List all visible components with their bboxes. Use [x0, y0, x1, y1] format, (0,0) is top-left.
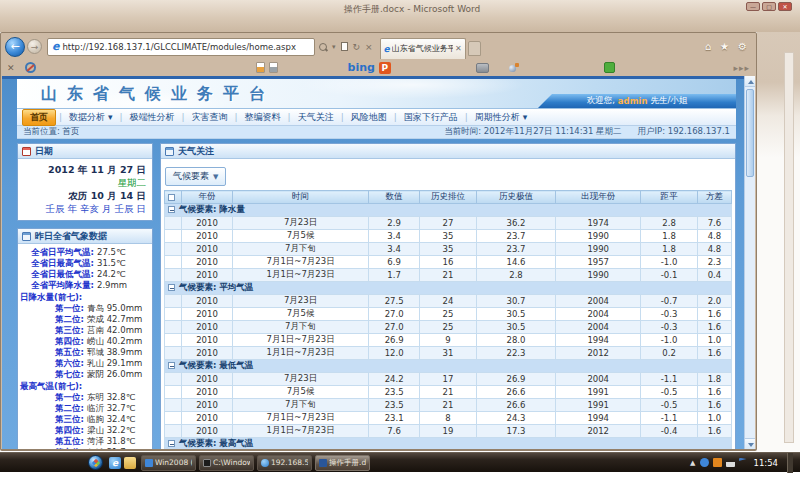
table-row[interactable]: 20107月1日~7月23日23.1824.31994-1.11.0 [165, 412, 732, 425]
taskbar-button-4[interactable]: 操作手册.docx ... [315, 455, 370, 471]
card-icon-gray[interactable] [269, 62, 278, 73]
taskbar-ie-icon[interactable]: e [109, 457, 121, 469]
antenna-icon[interactable] [507, 63, 519, 73]
addon-bar: ✕ bing P ▸▸▸ [1, 59, 756, 76]
scrollbar-down-icon[interactable] [745, 438, 755, 449]
collapse-icon[interactable] [168, 362, 175, 369]
table-row[interactable]: 20107月1日~7月23日6.91614.61957-1.02.3 [165, 256, 732, 269]
collapse-icon[interactable] [168, 206, 175, 213]
addon-more-icon[interactable]: ▸▸▸ [733, 63, 750, 73]
media-icon[interactable] [476, 63, 489, 73]
home-icon[interactable]: ⌂ [705, 41, 711, 52]
table-row[interactable]: 20107月5候3.43523.719901.84.8 [165, 230, 732, 243]
nav-item-8[interactable]: 国家下行产品 [397, 110, 465, 125]
collapse-icon[interactable] [168, 440, 175, 447]
word-maximize-button[interactable]: ▢ [762, 2, 776, 11]
taskbar-button-3[interactable]: 192.168.59.99... [257, 455, 312, 471]
taskbar-button-2[interactable]: C:\Windows\s... [199, 455, 254, 471]
group-cell: 气候要素: 平均气温 [165, 282, 732, 295]
scrollbar-up-icon[interactable] [745, 76, 755, 87]
table-row[interactable]: 20107月下旬27.02530.52004-0.31.6 [165, 321, 732, 334]
table-cell: 2010 [182, 347, 233, 360]
nav-item-4[interactable]: 灾害查询 [185, 110, 235, 125]
table-group-row[interactable]: 气候要素: 平均气温 [165, 282, 732, 295]
tray-app-icon-blue[interactable] [700, 458, 709, 467]
nav-item-9[interactable]: 周期性分析 ▾ [468, 110, 534, 125]
table-group-row[interactable]: 气候要素: 最高气温 [165, 438, 732, 450]
nav-item-6[interactable]: 天气关注 [291, 110, 341, 125]
show-desktop-button[interactable] [787, 453, 793, 473]
table-row[interactable]: 20101月1日~7月23日12.03122.320120.21.6 [165, 347, 732, 360]
forward-button[interactable]: → [27, 39, 42, 54]
nav-item-1[interactable]: 首页 [22, 109, 56, 126]
table-row[interactable]: 20107月5候27.02530.52004-0.31.6 [165, 308, 732, 321]
card-icon-orange[interactable] [256, 62, 265, 73]
url-text[interactable]: http://192.168.137.1/GLCCLIMATE/modules/… [62, 42, 295, 52]
table-group-row[interactable]: 气候要素: 降水量 [165, 204, 732, 217]
scrollbar-thumb[interactable] [746, 89, 754, 177]
climate-element-button[interactable]: 气候要素 ▼ [165, 167, 226, 186]
plugin-puzzle-icon[interactable] [604, 62, 615, 73]
weather-stat-line: 全省日最低气温:24.2℃ [20, 269, 149, 280]
word-minimize-button[interactable]: — [746, 2, 760, 11]
address-bar[interactable]: e http://192.168.137.1/GLCCLIMATE/module… [47, 38, 315, 56]
weather-line-label: 第二位: [54, 403, 84, 414]
nav-item-2[interactable]: 数据分析 ▾ [62, 110, 119, 125]
calendar-icon [22, 147, 31, 156]
start-button[interactable] [88, 455, 103, 470]
new-tab-button[interactable] [468, 41, 481, 56]
table-row[interactable]: 20107月下旬23.52126.61991-0.51.6 [165, 399, 732, 412]
taskbar-buttons: Win2008 (VS2...C:\Windows\s...192.168.59… [141, 455, 370, 471]
nav-item-5[interactable]: 整编资料 [238, 110, 288, 125]
bing-logo[interactable]: bing [348, 61, 375, 74]
weather-line-label: 第六位: [54, 358, 84, 369]
word-close-button[interactable]: ✕ [778, 2, 792, 11]
weather-section-line: 日降水量(前七): [20, 292, 149, 303]
table-row[interactable]: 20101月1日~7月23日1.7212.81990-0.10.4 [165, 269, 732, 282]
taskbar-clock[interactable]: 11:54 [754, 458, 779, 468]
tab-close-icon[interactable]: ✕ [455, 44, 462, 53]
current-time: 当前时间: 2012年11月27日 11:14:31 星期二 [444, 126, 621, 138]
table-row[interactable]: 20107月下旬3.43523.719901.84.8 [165, 243, 732, 256]
taskbar-button-1[interactable]: Win2008 (VS2... [141, 455, 196, 471]
table-cell: 4.8 [697, 230, 731, 243]
header-checkbox[interactable] [168, 194, 175, 201]
taskbar-folder-icon[interactable] [124, 457, 136, 469]
back-button[interactable]: ← [5, 37, 25, 57]
network-icon[interactable] [726, 458, 735, 467]
table-group-row[interactable]: 气候要素: 最低气温 [165, 360, 732, 373]
address-dropdown-icon[interactable]: ▾ [332, 43, 336, 51]
dropdown-arrow-icon: ▼ [213, 173, 218, 181]
search-icon[interactable] [319, 43, 327, 51]
weather-line-value: 24.2℃ [97, 269, 125, 280]
bing-app-icon[interactable]: P [379, 62, 391, 74]
table-row[interactable]: 20107月23日24.21726.92004-1.11.8 [165, 373, 732, 386]
table-cell: 2010 [182, 230, 233, 243]
table-cell: -1.0 [641, 334, 698, 347]
table-row[interactable]: 20107月1日~7月23日26.9928.01994-1.01.0 [165, 334, 732, 347]
table-row[interactable]: 20107月23日27.52430.72004-0.72.0 [165, 295, 732, 308]
compatibility-icon[interactable] [341, 42, 348, 51]
favorites-star-icon[interactable]: ★ [720, 41, 729, 52]
nav-item-3[interactable]: 极端性分析 [122, 110, 181, 125]
collapse-icon[interactable] [168, 284, 175, 291]
table-row[interactable]: 20101月1日~7月23日7.61917.32012-0.41.6 [165, 425, 732, 438]
action-center-flag-icon[interactable] [739, 458, 747, 468]
page-scrollbar[interactable] [744, 76, 755, 449]
stop-icon[interactable]: × [365, 42, 373, 52]
row-select-cell [165, 308, 182, 321]
nav-item-7[interactable]: 风险地图 [344, 110, 394, 125]
browser-tab[interactable]: e 山东省气候业务平... ✕ [380, 38, 466, 59]
main-panel-header: 天气关注 [161, 144, 735, 159]
table-cell: 23.7 [476, 243, 555, 256]
table-cell: 31 [420, 347, 477, 360]
table-row[interactable]: 20107月5候23.52126.61991-0.51.6 [165, 386, 732, 399]
table-row[interactable]: 20107月23日2.92736.219742.87.6 [165, 217, 732, 230]
addon-logo-icon[interactable] [25, 62, 36, 73]
refresh-icon[interactable]: ↻ [353, 42, 361, 52]
tray-app-icon-orange[interactable] [713, 458, 722, 467]
weather-line-label: 第三位: [54, 325, 84, 336]
addon-bar-close-icon[interactable]: ✕ [7, 63, 15, 73]
settings-gear-icon[interactable]: ⚙ [738, 41, 747, 52]
hidden-icons-chevron[interactable]: ▲ [690, 459, 695, 467]
